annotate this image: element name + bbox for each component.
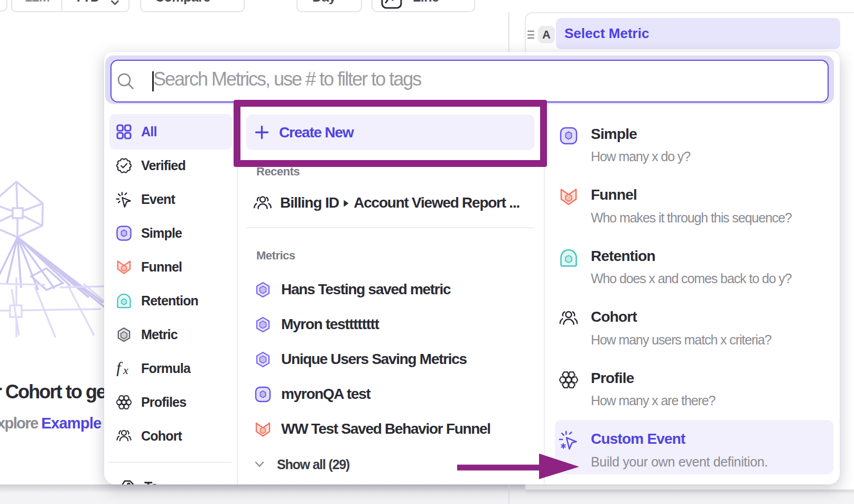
svg-text:f: f (116, 361, 123, 376)
svg-text:x: x (123, 363, 128, 377)
